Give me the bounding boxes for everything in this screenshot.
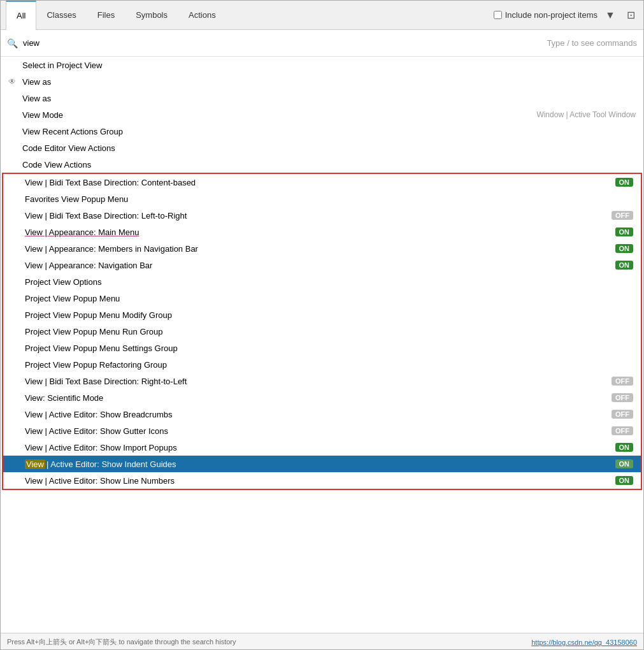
- item-label: View | Bidi Text Base Direction: Right-t…: [25, 377, 612, 386]
- tab-bar: All Classes Files Symbols Actions Includ…: [1, 1, 643, 30]
- item-right-label: Window | Active Tool Window: [536, 110, 636, 119]
- results-list: Select in Project View👁View asView asVie…: [1, 57, 643, 633]
- item-badge[interactable]: OFF: [612, 426, 633, 435]
- list-item[interactable]: View | Active Editor: Show BreadcrumbsOF…: [3, 406, 641, 422]
- item-label: Project View Popup Menu Run Group: [25, 327, 633, 336]
- item-label: View | Active Editor: Show Line Numbers: [25, 476, 615, 486]
- item-label: Select in Project View: [22, 61, 636, 70]
- item-badge[interactable]: OFF: [612, 211, 633, 220]
- list-item[interactable]: View | Appearance: Navigation BarON: [3, 257, 641, 273]
- list-item[interactable]: View Recent Actions Group: [1, 123, 643, 140]
- item-right: ON: [615, 443, 634, 452]
- list-item[interactable]: View | Bidi Text Base Direction: Content…: [3, 174, 641, 191]
- item-badge[interactable]: ON: [615, 476, 634, 485]
- list-item[interactable]: View | Active Editor: Show Import Popups…: [3, 439, 641, 456]
- status-bar: Press Alt+向上箭头 or Alt+向下箭头 to navigate t…: [1, 633, 643, 650]
- list-item[interactable]: View | Appearance: Main MenuON: [3, 224, 641, 240]
- list-item[interactable]: 👁View as: [1, 73, 643, 90]
- item-label: View: Scientific Mode: [25, 393, 612, 403]
- app-window: All Classes Files Symbols Actions Includ…: [1, 1, 643, 650]
- item-right: ON: [615, 261, 634, 270]
- item-badge[interactable]: ON: [615, 459, 634, 468]
- search-hint: Type / to see commands: [547, 38, 637, 48]
- view-prefix: View: [25, 459, 45, 469]
- item-label: View | Appearance: Navigation Bar: [25, 261, 615, 270]
- item-right: ON: [615, 459, 634, 468]
- list-item[interactable]: Project View Popup Refactoring Group: [3, 356, 641, 373]
- item-label: View Recent Actions Group: [22, 127, 636, 136]
- list-item[interactable]: Project View Popup Menu: [3, 290, 641, 307]
- item-right: Window | Active Tool Window: [536, 110, 636, 119]
- item-right: ON: [615, 178, 634, 187]
- red-border-section: View | Bidi Text Base Direction: Content…: [2, 173, 642, 490]
- item-label: View | Active Editor: Show Import Popups: [25, 443, 615, 452]
- item-label: View Mode: [22, 110, 536, 120]
- list-item[interactable]: View | Bidi Text Base Direction: Right-t…: [3, 373, 641, 389]
- nav-hint: Press Alt+向上箭头 or Alt+向下箭头 to navigate t…: [7, 637, 236, 647]
- list-item[interactable]: Project View Options: [3, 273, 641, 290]
- item-badge[interactable]: OFF: [612, 410, 633, 419]
- list-item[interactable]: View | Appearance: Members in Navigation…: [3, 240, 641, 257]
- layout-icon[interactable]: ⊡: [623, 8, 638, 23]
- search-icon: 🔍: [7, 38, 18, 48]
- item-right: OFF: [612, 426, 633, 435]
- item-label: Project View Popup Refactoring Group: [25, 360, 633, 370]
- list-item[interactable]: View as: [1, 90, 643, 106]
- list-item[interactable]: Favorites View Popup Menu: [3, 191, 641, 207]
- item-right: OFF: [612, 410, 633, 419]
- list-item[interactable]: Project View Popup Menu Modify Group: [3, 307, 641, 323]
- tab-files[interactable]: Files: [87, 1, 125, 30]
- list-item[interactable]: Code View Actions: [1, 156, 643, 173]
- item-right: ON: [615, 476, 634, 485]
- item-label: Code Editor View Actions: [22, 143, 636, 153]
- item-label: Code View Actions: [22, 160, 636, 170]
- list-item[interactable]: View: Scientific ModeOFF: [3, 389, 641, 406]
- item-label: Project View Popup Menu Settings Group: [25, 343, 633, 353]
- item-right: OFF: [612, 393, 633, 402]
- item-label: View as: [22, 77, 636, 87]
- item-badge[interactable]: ON: [615, 443, 634, 452]
- search-input[interactable]: [23, 38, 547, 48]
- item-badge[interactable]: ON: [615, 244, 634, 253]
- status-link[interactable]: https://blog.csdn.ne/qq_43158060: [531, 639, 637, 646]
- item-right: ON: [615, 227, 634, 236]
- item-right: OFF: [612, 377, 633, 386]
- list-item[interactable]: Code Editor View Actions: [1, 140, 643, 156]
- item-right: OFF: [612, 211, 633, 220]
- tab-actions[interactable]: Actions: [178, 1, 227, 30]
- list-item[interactable]: Project View Popup Menu Run Group: [3, 323, 641, 340]
- list-item[interactable]: View | Active Editor: Show Line NumbersO…: [3, 472, 641, 489]
- search-bar: 🔍 Type / to see commands: [1, 30, 643, 57]
- item-badge[interactable]: ON: [615, 227, 634, 236]
- item-badge[interactable]: ON: [615, 261, 634, 270]
- item-label: View | Appearance: Main Menu: [25, 227, 615, 237]
- item-label: View | Active Editor: Show Breadcrumbs: [25, 410, 612, 419]
- tab-all[interactable]: All: [6, 1, 36, 30]
- item-label: View | Bidi Text Base Direction: Content…: [25, 178, 615, 187]
- filter-icon[interactable]: ▼: [603, 8, 618, 23]
- item-label: View as: [22, 94, 636, 103]
- item-label: Project View Popup Menu Modify Group: [25, 310, 633, 320]
- item-label: View | Active Editor: Show Gutter Icons: [25, 426, 612, 436]
- item-label: Project View Options: [25, 277, 633, 287]
- item-badge[interactable]: ON: [615, 178, 634, 187]
- tab-symbols[interactable]: Symbols: [125, 1, 178, 30]
- item-label: View | Appearance: Members in Navigation…: [25, 244, 615, 254]
- list-item[interactable]: View| Active Editor: Show Indent GuidesO…: [3, 456, 641, 472]
- tab-classes[interactable]: Classes: [36, 1, 87, 30]
- include-non-project-text: Include non-project items: [505, 10, 597, 20]
- list-item[interactable]: Project View Popup Menu Settings Group: [3, 340, 641, 356]
- list-item[interactable]: View | Bidi Text Base Direction: Left-to…: [3, 207, 641, 224]
- list-item[interactable]: Select in Project View: [1, 57, 643, 73]
- item-label: View| Active Editor: Show Indent Guides: [25, 459, 615, 469]
- item-badge[interactable]: OFF: [612, 377, 633, 386]
- include-non-project-label[interactable]: Include non-project items: [494, 10, 597, 20]
- item-label: View | Bidi Text Base Direction: Left-to…: [25, 211, 612, 220]
- item-right: ON: [615, 244, 634, 253]
- item-label: Project View Popup Menu: [25, 294, 633, 303]
- item-badge[interactable]: OFF: [612, 393, 633, 402]
- include-non-project-checkbox[interactable]: [494, 11, 502, 19]
- list-item[interactable]: View ModeWindow | Active Tool Window: [1, 106, 643, 123]
- item-label: Favorites View Popup Menu: [25, 194, 633, 204]
- list-item[interactable]: View | Active Editor: Show Gutter IconsO…: [3, 422, 641, 439]
